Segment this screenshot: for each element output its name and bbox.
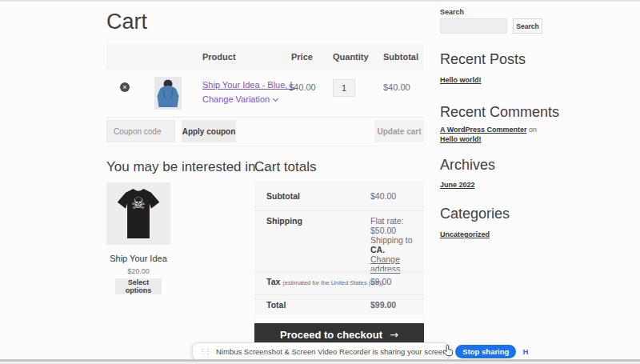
shipping-destination: Shipping to CA. <box>370 235 424 254</box>
cart-page: Cart Product Price Quantity Subtotal × S… <box>0 0 640 364</box>
change-variation-link[interactable]: Change Variation <box>202 94 278 104</box>
archives-heading: Archives <box>440 157 495 174</box>
comment-author-link[interactable]: A WordPress Commenter <box>440 126 527 134</box>
row-divider <box>254 271 424 272</box>
archive-link[interactable]: June 2022 <box>440 181 475 189</box>
recent-comment-item: A WordPress Commenter on Hello world! <box>440 125 550 144</box>
cart-item-row: × Ship Your Idea - Blue, L Change Variat… <box>106 70 424 118</box>
cart-totals-heading: Cart totals <box>254 159 316 175</box>
search-widget-label: Search <box>440 8 464 16</box>
row-divider <box>254 294 424 295</box>
hide-button[interactable]: H <box>522 347 528 356</box>
total-value: $99.00 <box>370 300 396 310</box>
interested-heading: You may be interested in… <box>106 159 270 175</box>
search-button[interactable]: Search <box>513 18 542 34</box>
recent-post-link[interactable]: Hello world! <box>440 76 482 84</box>
product-title-link[interactable]: Ship Your Idea - Blue, L <box>202 80 295 90</box>
tax-label-text: Tax <box>266 277 282 286</box>
cart-totals-table: Subtotal $40.00 Shipping Flat rate: $50.… <box>254 182 424 315</box>
screen-share-bar: ⋮⋮ Nimbus Screenshot & Screen Video Reco… <box>192 342 450 361</box>
comment-post-link[interactable]: Hello world! <box>440 135 482 143</box>
share-message: Nimbus Screenshot & Screen Video Recorde… <box>216 347 449 356</box>
coupon-code-input[interactable] <box>106 120 175 142</box>
item-subtotal: $40.00 <box>383 82 410 92</box>
recent-comments-heading: Recent Comments <box>440 104 559 121</box>
product-thumbnail-hoodie[interactable] <box>154 77 182 110</box>
subtotal-label: Subtotal <box>266 191 300 201</box>
shipping-label: Shipping <box>266 216 302 226</box>
categories-heading: Categories <box>440 206 510 222</box>
column-header-price: Price <box>291 52 313 62</box>
column-header-quantity: Quantity <box>333 52 369 62</box>
shipping-destination-state: CA. <box>370 245 385 254</box>
drag-handle-icon[interactable]: ⋮⋮ <box>199 348 210 355</box>
interested-product-title[interactable]: Ship Your Idea <box>106 254 170 263</box>
row-divider <box>254 210 424 211</box>
total-label: Total <box>266 300 286 310</box>
search-input[interactable] <box>440 18 507 34</box>
shipping-destination-prefix: Shipping to <box>370 235 413 245</box>
cart-actions-row: Apply coupon Update cart <box>106 120 424 146</box>
cart-table-header: Product Price Quantity Subtotal <box>106 44 424 70</box>
select-options-button[interactable]: Select options <box>115 278 162 294</box>
page-title: Cart <box>106 10 147 34</box>
category-link[interactable]: Uncategorized <box>440 230 490 238</box>
update-cart-button[interactable]: Update cart <box>374 120 424 142</box>
column-header-product: Product <box>202 52 236 62</box>
column-header-subtotal: Subtotal <box>383 52 418 62</box>
tshirt-image <box>106 182 170 245</box>
apply-coupon-button[interactable]: Apply coupon <box>182 120 236 142</box>
shipping-value: Flat rate: $50.00 <box>370 216 424 235</box>
remove-item-icon[interactable]: × <box>120 82 130 92</box>
product-image-tshirt[interactable]: ☠ <box>106 182 170 245</box>
hoodie-image <box>154 77 182 110</box>
tax-label: Tax (estimated for the United States (US… <box>266 277 383 286</box>
quantity-input[interactable] <box>333 79 355 97</box>
comment-connector: on <box>527 126 538 134</box>
change-variation-label: Change Variation <box>202 94 270 104</box>
tax-note: (estimated for the United States (US)) <box>282 279 382 286</box>
stop-sharing-button[interactable]: Stop sharing <box>455 345 516 358</box>
recent-posts-heading: Recent Posts <box>440 51 526 68</box>
arrow-right-icon: → <box>390 329 398 341</box>
subtotal-value: $40.00 <box>370 191 396 201</box>
checkout-label: Proceed to checkout <box>280 329 382 341</box>
item-price: $40.00 <box>289 82 316 92</box>
top-divider <box>0 0 640 2</box>
tax-value: $9.00 <box>370 277 391 286</box>
interested-product-price: $20.00 <box>106 267 170 275</box>
chevron-down-icon <box>273 96 278 102</box>
